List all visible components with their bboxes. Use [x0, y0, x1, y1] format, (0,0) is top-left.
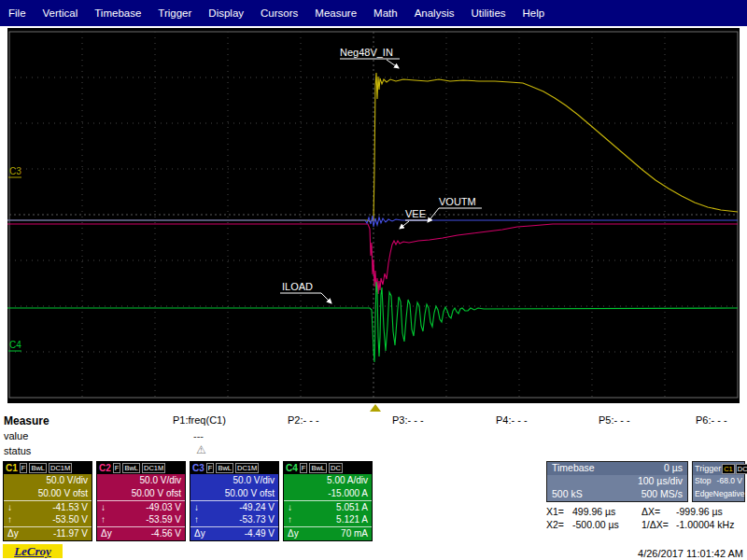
- label-iload: ILOAD: [282, 281, 313, 292]
- measure-p5[interactable]: P5:- - -: [599, 414, 630, 426]
- cursor-up-icon: ↑: [288, 513, 292, 526]
- channel-c1-name: C1: [6, 463, 18, 473]
- annotation-vee: VEE: [400, 208, 430, 229]
- channel-box-c1[interactable]: C1 F BwL DC1M 50.0 V/div 50.00 V ofst ↓-…: [3, 461, 92, 541]
- menu-vertical[interactable]: Vertical: [35, 0, 87, 26]
- x2-value: -500.00 µs: [572, 518, 641, 531]
- channel-c4-scale: 5.00 A/div: [284, 474, 372, 487]
- value-row-label: value: [4, 430, 28, 441]
- channel-c3-cursor2: ↑-53.73 V: [190, 513, 278, 526]
- timebase-panel[interactable]: Timebase 0 µs 100 µs/div 500 kS 500 MS/s: [546, 461, 688, 502]
- channel-c2-name: C2: [99, 463, 111, 473]
- menu-analysis[interactable]: Analysis: [406, 0, 463, 26]
- channel-c3-cursor1: ↓-49.24 V: [190, 500, 278, 513]
- channel-c2-cursor2: ↑-53.59 V: [97, 513, 185, 526]
- warning-icon: ⚠: [196, 443, 206, 456]
- trace-c2-voutm: [7, 224, 738, 294]
- menu-display[interactable]: Display: [200, 0, 252, 26]
- svg-text:C3: C3: [9, 166, 21, 176]
- badge-coupling: DC1M: [235, 463, 259, 473]
- channel-c1-delta: Δy-11.97 V: [4, 526, 92, 539]
- dx-label: ΔX=: [641, 505, 676, 518]
- channel-c2-delta: Δy-4.56 V: [97, 526, 185, 539]
- x1-value: 499.96 µs: [572, 505, 641, 518]
- label-voutm: VOUTM: [439, 196, 476, 207]
- channel-c1-offset: 50.00 V ofst: [4, 487, 92, 500]
- channel-c2-scale: 50.0 V/div: [97, 474, 185, 487]
- label-neg48v: Neg48V_IN: [340, 47, 393, 58]
- trigger-title: Trigger: [695, 463, 721, 475]
- channel-c4-name: C4: [286, 463, 298, 473]
- annotation-neg48v: Neg48V_IN: [340, 47, 400, 68]
- measure-p3[interactable]: P3:- - -: [392, 414, 424, 426]
- channel-marker-c4[interactable]: C4: [8, 340, 21, 351]
- cursor-down-icon: ↓: [288, 501, 292, 513]
- menu-cursors[interactable]: Cursors: [252, 0, 306, 26]
- measure-row-label: Measure: [4, 414, 49, 427]
- lecroy-logo: LeCroy: [3, 544, 63, 558]
- trigger-slope: Negative: [713, 488, 745, 501]
- channel-c1-scale: 50.0 V/div: [4, 474, 92, 487]
- trigger-level: -68.0 V: [717, 475, 742, 488]
- menu-help[interactable]: Help: [514, 0, 554, 26]
- cursor-up-icon: ↑: [194, 513, 199, 526]
- channel-c4-delta: Δy70 mA: [284, 526, 372, 539]
- cursor-down-icon: ↓: [7, 501, 12, 513]
- timebase-title: Timebase: [552, 462, 595, 475]
- timebase-rate: 500 MS/s: [641, 488, 683, 501]
- trigger-coupling-badge: DC: [736, 464, 747, 474]
- menu-measure[interactable]: Measure: [306, 0, 365, 26]
- trace-c4-iload: [7, 282, 738, 362]
- dx-value: -999.96 µs: [676, 505, 745, 518]
- trace-c1-neg48v: [7, 73, 738, 222]
- measure-p4[interactable]: P4:- - -: [496, 414, 528, 426]
- trigger-source-badge: C1: [722, 464, 735, 474]
- invdx-label: 1/ΔX=: [641, 518, 676, 531]
- channel-c3-name: C3: [192, 463, 204, 473]
- trigger-panel[interactable]: Trigger C1 DC Stop -68.0 V Edge Negative: [692, 461, 745, 502]
- channel-box-c2[interactable]: C2 F BwL DC1M 50.0 V/div 50.00 V ofst ↓-…: [96, 461, 186, 541]
- trace-c3-vee: [7, 216, 738, 227]
- status-row-label: status: [4, 445, 31, 456]
- badge-bwl: BwL: [309, 463, 327, 473]
- timebase-scale: 100 µs/div: [638, 475, 683, 488]
- timebase-offset: 0 µs: [664, 462, 683, 475]
- cursor-up-icon: ↑: [101, 513, 106, 526]
- menu-file[interactable]: File: [0, 0, 35, 26]
- cursor-down-icon: ↓: [194, 501, 199, 513]
- annotation-voutm: VOUTM: [428, 196, 482, 222]
- channel-c3-scale: 50.0 V/div: [190, 474, 278, 487]
- channel-c4-offset: -15.000 A: [284, 487, 372, 500]
- trigger-time-marker[interactable]: [370, 404, 381, 412]
- annotation-iload: ILOAD: [280, 281, 331, 303]
- timebase-samples: 500 kS: [552, 488, 583, 501]
- datetime: 4/26/2017 11:01:42 AM: [638, 548, 743, 559]
- svg-text:C4: C4: [9, 340, 21, 350]
- channel-marker-c3[interactable]: C3: [8, 166, 21, 177]
- badge-coupling: DC: [329, 463, 343, 473]
- channel-c2-cursor1: ↓-49.03 V: [97, 500, 185, 513]
- menu-bar: File Vertical Timebase Trigger Display C…: [0, 0, 747, 26]
- waveform-graticule: Neg48V_IN VOUTM VEE ILOAD C3 C4: [7, 28, 740, 403]
- channel-box-c3[interactable]: C3 F BwL DC1M 50.0 V/div 50.00 V ofst ↓-…: [190, 461, 279, 541]
- waveform-plot-area[interactable]: Neg48V_IN VOUTM VEE ILOAD C3 C4: [7, 28, 740, 403]
- menu-timebase[interactable]: Timebase: [86, 0, 149, 26]
- menu-utilities[interactable]: Utilities: [462, 0, 514, 26]
- measure-p1[interactable]: P1:freq(C1): [173, 414, 226, 426]
- channel-c1-cursor2: ↑-53.50 V: [4, 513, 92, 526]
- menu-math[interactable]: Math: [365, 0, 406, 26]
- x1-label: X1=: [546, 505, 572, 518]
- channel-c2-offset: 50.00 V ofst: [97, 487, 185, 500]
- badge-bwl: BwL: [122, 463, 140, 473]
- channel-c3-delta: Δy-4.49 V: [190, 526, 278, 539]
- cursor-down-icon: ↓: [101, 501, 106, 513]
- channel-c1-cursor1: ↓-41.53 V: [4, 500, 92, 513]
- badge-bwl: BwL: [216, 463, 233, 473]
- measure-p2[interactable]: P2:- - -: [288, 414, 319, 426]
- measure-p6[interactable]: P6:- - -: [696, 414, 727, 426]
- measure-p1-value: ---: [193, 430, 204, 441]
- channel-box-c4[interactable]: C4 F BwL DC 5.00 A/div -15.000 A ↓5.051 …: [283, 461, 373, 541]
- menu-trigger[interactable]: Trigger: [149, 0, 200, 26]
- trigger-mode: Stop: [695, 475, 712, 488]
- badge-filter: F: [113, 463, 121, 473]
